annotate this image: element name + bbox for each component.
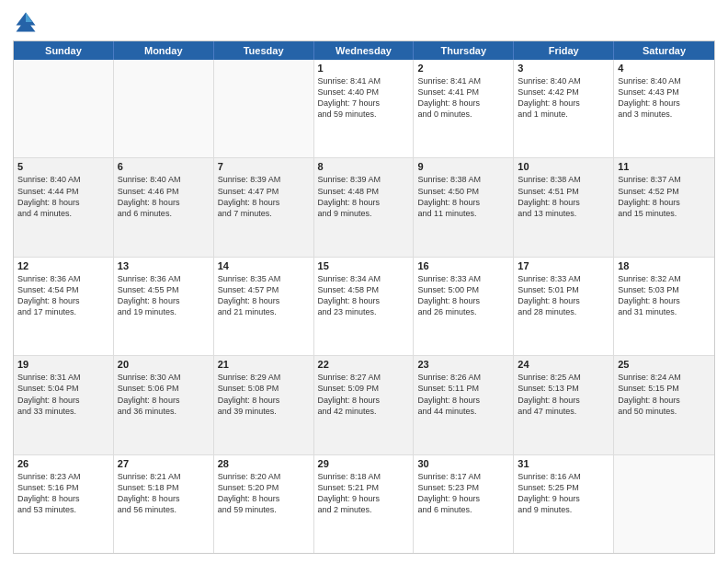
day-cell-14: 14Sunrise: 8:35 AM Sunset: 4:57 PM Dayli…	[214, 258, 314, 355]
day-number: 4	[618, 63, 711, 74]
day-cell-10: 10Sunrise: 8:38 AM Sunset: 4:51 PM Dayli…	[514, 158, 614, 256]
day-number: 2	[417, 63, 509, 74]
day-number: 7	[218, 161, 310, 172]
day-cell-20: 20Sunrise: 8:30 AM Sunset: 5:06 PM Dayli…	[114, 356, 214, 454]
day-cell-16: 16Sunrise: 8:33 AM Sunset: 5:00 PM Dayli…	[414, 258, 514, 355]
day-number: 6	[118, 161, 210, 172]
day-cell-9: 9Sunrise: 8:38 AM Sunset: 4:50 PM Daylig…	[414, 158, 514, 256]
header-day-sunday: Sunday	[14, 41, 114, 60]
day-number: 3	[518, 63, 609, 74]
day-cell-24: 24Sunrise: 8:25 AM Sunset: 5:13 PM Dayli…	[514, 356, 614, 454]
day-cell-7: 7Sunrise: 8:39 AM Sunset: 4:47 PM Daylig…	[214, 158, 314, 256]
day-number: 24	[518, 359, 609, 370]
header-day-saturday: Saturday	[614, 41, 714, 60]
day-cell-21: 21Sunrise: 8:29 AM Sunset: 5:08 PM Dayli…	[214, 356, 314, 454]
day-cell-11: 11Sunrise: 8:37 AM Sunset: 4:52 PM Dayli…	[614, 158, 714, 256]
empty-cell-0-2	[214, 60, 314, 157]
day-cell-19: 19Sunrise: 8:31 AM Sunset: 5:04 PM Dayli…	[14, 356, 114, 454]
day-info: Sunrise: 8:21 AM Sunset: 5:18 PM Dayligh…	[118, 471, 210, 516]
day-info: Sunrise: 8:18 AM Sunset: 5:21 PM Dayligh…	[318, 471, 410, 516]
day-number: 11	[618, 161, 711, 172]
day-number: 19	[17, 359, 109, 370]
day-info: Sunrise: 8:40 AM Sunset: 4:44 PM Dayligh…	[17, 174, 109, 219]
logo-icon	[13, 9, 39, 35]
day-info: Sunrise: 8:25 AM Sunset: 5:13 PM Dayligh…	[518, 372, 609, 417]
day-number: 25	[618, 359, 711, 370]
day-cell-1: 1Sunrise: 8:41 AM Sunset: 4:40 PM Daylig…	[314, 60, 415, 157]
day-cell-8: 8Sunrise: 8:39 AM Sunset: 4:48 PM Daylig…	[314, 158, 415, 256]
day-info: Sunrise: 8:16 AM Sunset: 5:25 PM Dayligh…	[518, 471, 609, 516]
calendar-row-0: 1Sunrise: 8:41 AM Sunset: 4:40 PM Daylig…	[14, 60, 714, 157]
day-cell-2: 2Sunrise: 8:41 AM Sunset: 4:41 PM Daylig…	[414, 60, 514, 157]
day-number: 30	[417, 458, 509, 469]
header-day-wednesday: Wednesday	[314, 41, 415, 60]
day-info: Sunrise: 8:40 AM Sunset: 4:43 PM Dayligh…	[618, 75, 711, 121]
day-info: Sunrise: 8:38 AM Sunset: 4:51 PM Dayligh…	[518, 174, 609, 219]
empty-cell-4-6	[614, 455, 714, 553]
day-info: Sunrise: 8:23 AM Sunset: 5:16 PM Dayligh…	[17, 471, 109, 516]
calendar-row-1: 5Sunrise: 8:40 AM Sunset: 4:44 PM Daylig…	[14, 157, 714, 256]
day-info: Sunrise: 8:35 AM Sunset: 4:57 PM Dayligh…	[218, 273, 310, 318]
day-number: 18	[618, 260, 711, 271]
day-info: Sunrise: 8:29 AM Sunset: 5:08 PM Dayligh…	[218, 372, 310, 417]
day-info: Sunrise: 8:31 AM Sunset: 5:04 PM Dayligh…	[17, 372, 109, 417]
header	[13, 9, 715, 35]
day-cell-27: 27Sunrise: 8:21 AM Sunset: 5:18 PM Dayli…	[114, 455, 214, 553]
day-cell-12: 12Sunrise: 8:36 AM Sunset: 4:54 PM Dayli…	[14, 258, 114, 355]
day-info: Sunrise: 8:37 AM Sunset: 4:52 PM Dayligh…	[618, 174, 711, 219]
day-cell-30: 30Sunrise: 8:17 AM Sunset: 5:23 PM Dayli…	[414, 455, 514, 553]
calendar-header: SundayMondayTuesdayWednesdayThursdayFrid…	[14, 41, 714, 60]
day-info: Sunrise: 8:36 AM Sunset: 4:54 PM Dayligh…	[17, 273, 109, 318]
day-cell-31: 31Sunrise: 8:16 AM Sunset: 5:25 PM Dayli…	[514, 455, 614, 553]
day-info: Sunrise: 8:41 AM Sunset: 4:40 PM Dayligh…	[318, 75, 410, 121]
day-number: 29	[318, 458, 410, 469]
day-cell-5: 5Sunrise: 8:40 AM Sunset: 4:44 PM Daylig…	[14, 158, 114, 256]
day-cell-15: 15Sunrise: 8:34 AM Sunset: 4:58 PM Dayli…	[314, 258, 415, 355]
day-number: 16	[417, 260, 509, 271]
day-info: Sunrise: 8:41 AM Sunset: 4:41 PM Dayligh…	[417, 75, 509, 121]
day-number: 5	[17, 161, 109, 172]
calendar: SundayMondayTuesdayWednesdayThursdayFrid…	[13, 40, 715, 554]
empty-cell-0-1	[114, 60, 214, 157]
day-info: Sunrise: 8:27 AM Sunset: 5:09 PM Dayligh…	[318, 372, 410, 417]
day-number: 21	[218, 359, 310, 370]
day-cell-29: 29Sunrise: 8:18 AM Sunset: 5:21 PM Dayli…	[314, 455, 415, 553]
day-number: 12	[17, 260, 109, 271]
day-number: 26	[17, 458, 109, 469]
calendar-row-3: 19Sunrise: 8:31 AM Sunset: 5:04 PM Dayli…	[14, 355, 714, 454]
day-cell-6: 6Sunrise: 8:40 AM Sunset: 4:46 PM Daylig…	[114, 158, 214, 256]
logo	[13, 9, 42, 35]
day-cell-28: 28Sunrise: 8:20 AM Sunset: 5:20 PM Dayli…	[214, 455, 314, 553]
day-number: 15	[318, 260, 410, 271]
day-number: 27	[118, 458, 210, 469]
day-cell-3: 3Sunrise: 8:40 AM Sunset: 4:42 PM Daylig…	[514, 60, 614, 157]
header-day-thursday: Thursday	[414, 41, 514, 60]
header-day-monday: Monday	[114, 41, 214, 60]
day-info: Sunrise: 8:26 AM Sunset: 5:11 PM Dayligh…	[417, 372, 509, 417]
header-day-tuesday: Tuesday	[214, 41, 314, 60]
day-info: Sunrise: 8:30 AM Sunset: 5:06 PM Dayligh…	[118, 372, 210, 417]
day-number: 14	[218, 260, 310, 271]
day-info: Sunrise: 8:39 AM Sunset: 4:47 PM Dayligh…	[218, 174, 310, 219]
empty-cell-0-0	[14, 60, 114, 157]
day-number: 13	[118, 260, 210, 271]
day-cell-17: 17Sunrise: 8:33 AM Sunset: 5:01 PM Dayli…	[514, 258, 614, 355]
day-info: Sunrise: 8:33 AM Sunset: 5:01 PM Dayligh…	[518, 273, 609, 318]
day-info: Sunrise: 8:40 AM Sunset: 4:42 PM Dayligh…	[518, 75, 609, 121]
day-cell-22: 22Sunrise: 8:27 AM Sunset: 5:09 PM Dayli…	[314, 356, 415, 454]
header-day-friday: Friday	[514, 41, 614, 60]
day-info: Sunrise: 8:17 AM Sunset: 5:23 PM Dayligh…	[417, 471, 509, 516]
day-info: Sunrise: 8:20 AM Sunset: 5:20 PM Dayligh…	[218, 471, 310, 516]
day-number: 31	[518, 458, 609, 469]
day-cell-13: 13Sunrise: 8:36 AM Sunset: 4:55 PM Dayli…	[114, 258, 214, 355]
day-number: 17	[518, 260, 609, 271]
day-number: 20	[118, 359, 210, 370]
calendar-row-4: 26Sunrise: 8:23 AM Sunset: 5:16 PM Dayli…	[14, 454, 714, 553]
calendar-row-2: 12Sunrise: 8:36 AM Sunset: 4:54 PM Dayli…	[14, 257, 714, 355]
day-info: Sunrise: 8:24 AM Sunset: 5:15 PM Dayligh…	[618, 372, 711, 417]
day-number: 1	[318, 63, 410, 74]
day-cell-18: 18Sunrise: 8:32 AM Sunset: 5:03 PM Dayli…	[614, 258, 714, 355]
day-number: 10	[518, 161, 609, 172]
day-cell-25: 25Sunrise: 8:24 AM Sunset: 5:15 PM Dayli…	[614, 356, 714, 454]
day-info: Sunrise: 8:34 AM Sunset: 4:58 PM Dayligh…	[318, 273, 410, 318]
